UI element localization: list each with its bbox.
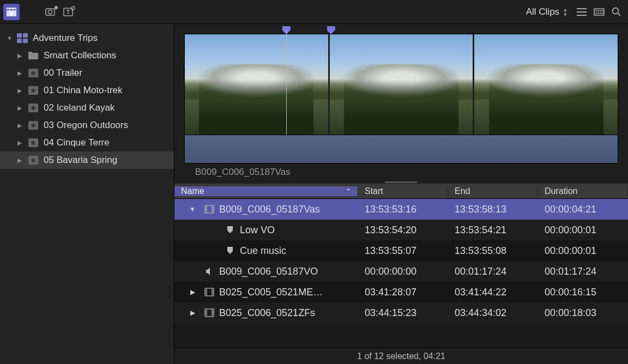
search-button[interactable] [608,4,625,20]
clip-start: 03:41:28:07 [358,287,448,298]
table-row[interactable]: ▶B025_C005_0521ME…03:41:28:0703:41:44:22… [174,282,628,302]
sidebar-item-label: 01 China Moto-trek [44,85,123,96]
star-collection-icon [27,103,39,113]
clip-duration: 00:00:00:01 [538,245,628,257]
clip-table: Name⌃ Start End Duration ▼B009_C006_0518… [174,184,628,348]
col-start[interactable]: Start [358,186,448,196]
photos-audio-button[interactable] [44,4,60,20]
clip-name: B009_C006_05187Vas [219,204,320,215]
sidebar-item[interactable]: ▶03 Oregon Outdoors [0,117,174,134]
clip-end: 00:01:17:24 [448,266,538,277]
split-drag-handle[interactable] [184,181,618,184]
disclosure-icon: ▼ [7,35,12,41]
sidebar-item-label: Smart Collections [44,50,116,61]
svg-rect-7 [17,33,22,38]
thumbnail-frame [330,34,473,135]
library-row[interactable]: ▼ Adventure Trips [0,29,174,47]
film-icon [204,288,215,296]
film-icon [204,308,215,317]
library-sidebar: ▼ Adventure Trips ▶Smart Collections▶00 … [0,24,174,364]
table-row[interactable]: ▼B009_C006_05187Vas13:53:53:1613:53:58:1… [174,199,628,220]
disclosure-icon[interactable]: ▼ [189,205,196,213]
svg-rect-8 [23,33,28,38]
clip-start: 03:44:15:23 [358,307,448,319]
titles-icon: T [63,6,76,18]
toolbar: T All Clips ▲▼ [0,0,628,24]
sidebar-item[interactable]: ▶04 Cinque Terre [0,134,174,151]
disclosure-icon[interactable]: ▶ [189,309,196,317]
clip-start: 13:53:53:16 [358,204,448,215]
list-view-button[interactable] [573,4,590,20]
sidebar-item[interactable]: ▶02 Iceland Kayak [0,99,174,117]
disclosure-icon: ▶ [17,122,23,129]
disclosure-icon: ▶ [17,70,23,77]
clip-filter-dropdown[interactable]: All Clips ▲▼ [522,7,572,17]
table-row[interactable]: Low VO13:53:54:2013:53:54:2100:00:00:01 [174,220,628,240]
svg-text:T: T [67,9,70,15]
clip-end: 13:53:54:21 [448,225,538,236]
film-icon [204,205,215,214]
search-icon [611,7,622,17]
sidebar-item-label: 04 Cinque Terre [44,137,110,148]
clip-start: 13:53:55:07 [358,245,448,257]
filmstrip[interactable] [184,34,618,135]
audio-icon [204,267,215,276]
list-icon [576,7,588,17]
clip-duration: 00:00:00:01 [538,225,628,236]
table-row[interactable]: Cue music13:53:55:0713:53:55:0800:00:00:… [174,240,628,261]
audio-waveform[interactable] [184,135,618,163]
status-bar: 1 of 12 selected, 04:21 [174,348,628,364]
disclosure-icon: ▶ [17,87,23,94]
disclosure-icon: ▶ [17,157,23,164]
titles-generators-button[interactable]: T [61,4,77,20]
disclosure-icon: ▶ [17,105,23,112]
clip-name: B025_C005_0521ME… [219,287,323,298]
sidebar-item[interactable]: ▶05 Bavaria Spring [0,151,174,169]
disclosure-icon: ▶ [17,52,23,59]
clip-name: B025_C006_0521ZFs [219,307,315,319]
star-collection-icon [27,120,39,130]
star-collection-icon [27,138,39,148]
sort-asc-icon: ⌃ [346,187,351,195]
library-icon [16,33,28,44]
media-browser-button[interactable] [3,4,20,20]
clip-end: 03:44:34:02 [448,307,538,319]
clip-end: 03:41:44:22 [448,287,538,298]
filmstrip-icon [593,7,605,17]
col-end[interactable]: End [448,186,538,196]
disclosure-icon[interactable]: ▶ [189,288,196,296]
clip-duration: 00:01:17:24 [538,266,628,277]
clip-name: Cue music [240,245,286,257]
svg-point-6 [613,8,619,14]
clip-start: 00:00:00:00 [358,266,448,277]
sidebar-item-label: 05 Bavaria Spring [44,155,117,166]
thumbnail-frame [474,34,618,135]
marker-icon [225,246,235,255]
thumbnail-frame [185,34,328,135]
clip-end: 13:53:55:08 [448,245,538,257]
clip-appearance-button[interactable] [591,4,607,20]
col-name[interactable]: Name⌃ [174,186,358,196]
table-row[interactable]: B009_C006_05187VO00:00:00:0000:01:17:240… [174,261,628,282]
sidebar-item[interactable]: ▶00 Trailer [0,64,174,82]
library-name: Adventure Trips [33,33,98,44]
clip-filter-label: All Clips [526,7,559,17]
clip-name: B009_C006_05187VO [219,266,318,277]
filmstrip-clip-label: B009_C006_05187Vas [184,163,618,181]
svg-rect-9 [17,39,22,43]
star-collection-icon [27,68,39,78]
sidebar-item-label: 00 Trailer [44,68,82,78]
sidebar-item-label: 03 Oregon Outdoors [44,120,128,131]
star-collection-icon [27,155,39,165]
col-duration[interactable]: Duration [538,186,628,196]
updown-icon: ▲▼ [563,7,568,17]
clip-duration: 00:00:16:15 [538,287,628,298]
table-row[interactable]: ▶B025_C006_0521ZFs03:44:15:2303:44:34:02… [174,302,628,323]
sidebar-item[interactable]: ▶Smart Collections [0,47,174,64]
folder-icon [27,51,39,60]
clip-duration: 00:00:18:03 [538,307,628,319]
svg-point-1 [49,10,52,14]
playhead[interactable] [286,30,287,135]
clip-name: Low VO [240,225,275,236]
sidebar-item[interactable]: ▶01 China Moto-trek [0,82,174,99]
